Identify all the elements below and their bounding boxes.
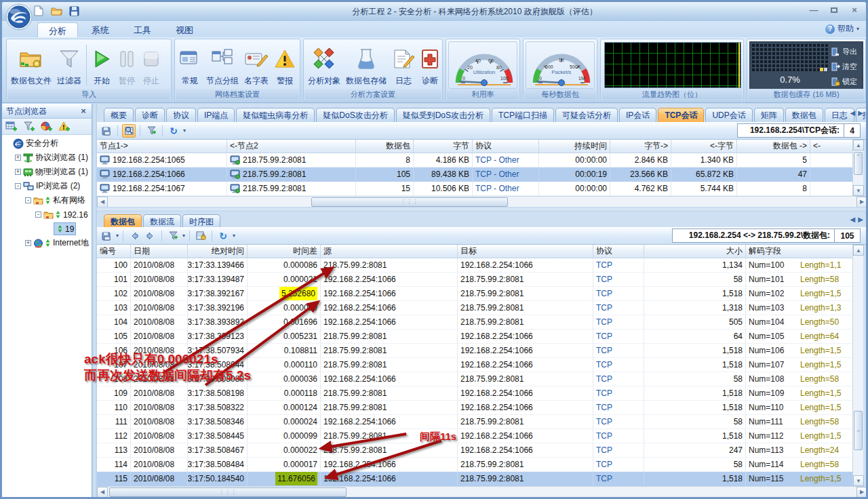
- pane-splitter[interactable]: [97, 207, 866, 212]
- close-icon[interactable]: ×: [848, 5, 861, 15]
- add-filter-icon[interactable]: [144, 124, 158, 138]
- save-icon[interactable]: [100, 229, 113, 243]
- column-header[interactable]: 大小: [644, 245, 746, 258]
- tab-数据包[interactable]: 数据包: [785, 108, 823, 122]
- chevron-down-icon[interactable]: ▾: [183, 127, 186, 134]
- column-header[interactable]: 时间差: [248, 245, 321, 258]
- ribbon-button-常规[interactable]: 常规: [176, 41, 203, 89]
- packet-row[interactable]: 1152010/08/0813:17:50.18454011.676056192…: [97, 472, 856, 486]
- session-row[interactable]: 192.168.2.254:1066218.75.99.2:808110589.…: [97, 167, 856, 182]
- column-header[interactable]: 绝对时间: [188, 245, 248, 258]
- packet-row[interactable]: 1112010/08/0813:17:38.5083460.000024192.…: [97, 415, 856, 429]
- column-header[interactable]: 解码字段: [746, 245, 856, 258]
- tab-IP端点[interactable]: IP端点: [197, 108, 235, 122]
- column-header[interactable]: 协议: [473, 140, 539, 153]
- packet-row[interactable]: 1122010/08/0813:17:38.5084450.000099218.…: [97, 429, 856, 443]
- collapse-icon[interactable]: -: [35, 212, 41, 218]
- tree-item-IP浏览器 (2)[interactable]: -IP浏览器 (2): [2, 179, 92, 193]
- add-alarm-icon[interactable]: [58, 120, 71, 134]
- packet-row[interactable]: 1032010/08/0813:17:38.3921960.000029192.…: [97, 301, 856, 315]
- column-header[interactable]: 目标: [458, 245, 593, 258]
- help-button[interactable]: ? 帮助 ▾: [825, 23, 859, 35]
- packet-row[interactable]: 1072010/08/0813:17:38.5080440.000110218.…: [97, 358, 856, 372]
- ribbon-button-暂停[interactable]: 暂停: [115, 41, 139, 89]
- tree-item-物理浏览器 (1)[interactable]: +物理浏览器 (1): [2, 165, 92, 179]
- tab-可疑会话分析[interactable]: 可疑会话分析: [555, 108, 618, 122]
- close-icon[interactable]: ×: [78, 104, 89, 119]
- session-row[interactable]: 192.168.2.254:1065218.75.99.2:808184.186…: [97, 153, 856, 167]
- ribbon-button-过滤器[interactable]: 过滤器: [54, 41, 84, 89]
- chevron-down-icon[interactable]: ▾: [233, 233, 235, 239]
- column-header[interactable]: <-节点2: [227, 140, 356, 153]
- ribbon-button-数据包存储[interactable]: 数据包存储: [343, 41, 389, 89]
- scroll-down-icon[interactable]: ▼: [853, 185, 864, 196]
- scroll-right-icon[interactable]: ▶: [856, 487, 867, 498]
- add-chart-icon[interactable]: [40, 120, 54, 134]
- column-header[interactable]: 协议: [593, 245, 644, 258]
- packet-row[interactable]: 1002010/08/0813:17:33.1394660.000086218.…: [97, 258, 856, 273]
- session-vertical-scrollbar[interactable]: ▲ ≡ ▼: [852, 140, 863, 196]
- ribbon-button-警报[interactable]: 警报: [271, 41, 298, 89]
- chevron-down-icon[interactable]: ▾: [116, 233, 119, 239]
- packet-vertical-scrollbar[interactable]: ▲ ≡ ▼: [852, 245, 863, 486]
- scroll-down-icon[interactable]: ▼: [853, 475, 864, 486]
- column-header[interactable]: 字节: [414, 140, 473, 153]
- scroll-left-icon[interactable]: ◀: [97, 197, 108, 207]
- column-header[interactable]: <-字节: [671, 140, 737, 153]
- refresh-icon[interactable]: ↻: [216, 229, 230, 243]
- tab-概要[interactable]: 概要: [104, 108, 134, 122]
- ribbon-button-名字表[interactable]: 名字表: [241, 41, 271, 89]
- column-header[interactable]: <-: [810, 140, 856, 153]
- ribbon-button-开始[interactable]: 开始: [89, 41, 115, 89]
- packet-row[interactable]: 1062010/08/0813:17:38.5079340.108811218.…: [97, 344, 856, 358]
- scroll-thumb[interactable]: ⋮⋮⋮: [311, 197, 508, 207]
- packet-row[interactable]: 1052010/08/0813:17:38.3991230.005231218.…: [97, 330, 856, 344]
- packet-row[interactable]: 1102010/08/0813:17:38.5083220.000124218.…: [97, 401, 856, 415]
- packet-row[interactable]: 1022010/08/0813:17:38.3921675.252680192.…: [97, 287, 856, 301]
- ribbon-button-数据包文件[interactable]: 数据包文件: [8, 41, 54, 89]
- panel-splitter[interactable]: [92, 104, 97, 497]
- scroll-up-icon[interactable]: ▲: [853, 245, 864, 256]
- save-icon[interactable]: [67, 4, 81, 18]
- back-icon[interactable]: [127, 229, 141, 243]
- add-table-icon[interactable]: [5, 120, 18, 134]
- ribbon-button-分析对象[interactable]: 分析对象: [305, 41, 343, 89]
- tree-item-私有网络[interactable]: -私有网络: [2, 193, 92, 207]
- clear-button[interactable]: 清空: [831, 60, 863, 73]
- session-horizontal-scrollbar[interactable]: ◀ ⋮⋮⋮ ▶: [97, 196, 867, 207]
- packet-lock-icon[interactable]: [194, 229, 208, 243]
- locate-icon[interactable]: [122, 124, 136, 138]
- ribbon-button-诊断[interactable]: 诊断: [418, 41, 442, 89]
- expand-icon[interactable]: +: [15, 169, 21, 175]
- add-filter-icon[interactable]: [22, 120, 36, 134]
- column-header[interactable]: 编号: [97, 245, 131, 258]
- packet-row[interactable]: 1132010/08/0813:17:38.5084670.000022218.…: [97, 443, 856, 458]
- subtab-数据流[interactable]: 数据流: [143, 214, 181, 228]
- packet-row[interactable]: 1012010/08/0813:17:33.1394870.000021192.…: [97, 273, 856, 287]
- tree-item-Internet地[interactable]: +Internet地: [2, 236, 92, 250]
- tree-item-192.16[interactable]: -192.16: [2, 207, 92, 222]
- packet-row[interactable]: 1042010/08/0813:17:38.3938920.001696192.…: [97, 315, 856, 330]
- column-header[interactable]: 节点1->: [97, 140, 227, 153]
- ribbon-button-节点分组[interactable]: 节点分组: [203, 41, 241, 89]
- collapse-icon[interactable]: -: [15, 183, 21, 189]
- tab-IP会话[interactable]: IP会话: [619, 108, 656, 122]
- tab-scroll-left-icon[interactable]: ◀: [850, 109, 856, 117]
- scroll-thumb[interactable]: ≡: [854, 411, 863, 450]
- column-header[interactable]: 数据包: [356, 140, 414, 153]
- collapse-icon[interactable]: -: [25, 197, 31, 203]
- tab-TCP端口扫描[interactable]: TCP端口扫描: [492, 108, 554, 122]
- scroll-right-icon[interactable]: ▶: [856, 197, 867, 207]
- tab-UDP会话[interactable]: UDP会话: [705, 108, 752, 122]
- column-header[interactable]: 源: [321, 245, 458, 258]
- lock-button[interactable]: 锁定: [831, 75, 863, 88]
- subtab-时序图[interactable]: 时序图: [182, 214, 220, 228]
- refresh-icon[interactable]: ↻: [167, 124, 180, 138]
- tree-item-协议浏览器 (1)[interactable]: +协议浏览器 (1): [2, 151, 92, 165]
- tab-TCP会话[interactable]: TCP会话: [658, 108, 704, 122]
- tab-矩阵[interactable]: 矩阵: [754, 108, 784, 122]
- scroll-up-icon[interactable]: ▲: [853, 140, 864, 151]
- tab-疑似受到DoS攻击分析[interactable]: 疑似受到DoS攻击分析: [396, 108, 490, 122]
- tab-诊断[interactable]: 诊断: [135, 108, 165, 122]
- new-document-icon[interactable]: [32, 4, 45, 18]
